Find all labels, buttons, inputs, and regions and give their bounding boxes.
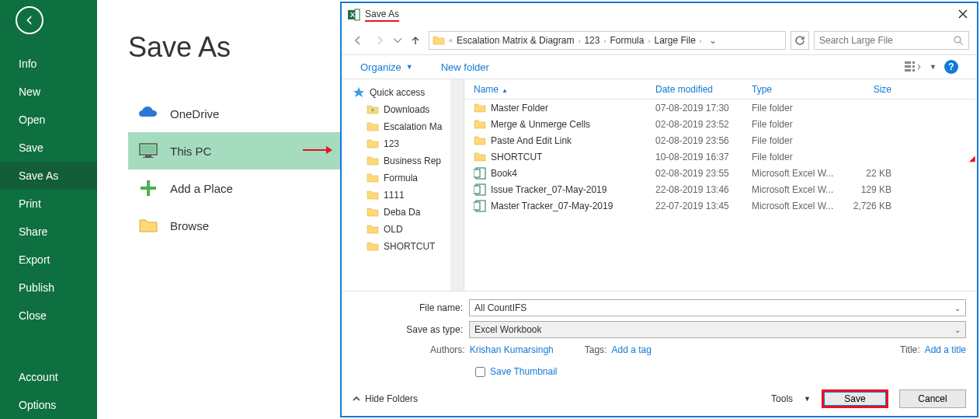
excel-icon: X: [474, 200, 486, 212]
file-row[interactable]: XMaster Tracker_07-May-201922-07-2019 13…: [464, 197, 977, 214]
back-button[interactable]: [16, 6, 43, 34]
breadcrumb[interactable]: « Escalation Matrix & Diagram›123›Formul…: [429, 31, 786, 50]
svg-rect-2: [145, 155, 151, 157]
folder-icon: [137, 215, 159, 236]
svg-rect-3: [143, 157, 154, 158]
dialog-bottom: Hide Folders Tools ▼ Save Cancel: [342, 385, 977, 416]
folder-icon: [433, 34, 445, 47]
filename-input[interactable]: All CountIFS ⌄: [469, 299, 966, 316]
tree-item[interactable]: Deba Da: [353, 204, 464, 221]
tags-label: Tags:: [585, 344, 607, 355]
arrow-right-icon: [303, 145, 334, 158]
save-thumbnail-label[interactable]: Save Thumbnail: [490, 366, 558, 377]
excel-icon: X: [474, 167, 486, 180]
column-name[interactable]: Name▲: [464, 84, 655, 95]
tree-item[interactable]: Formula: [353, 169, 464, 187]
dialog-titlebar: X Save As: [342, 3, 977, 26]
sidebar-item-close[interactable]: Close: [0, 302, 97, 330]
column-type[interactable]: Type: [752, 84, 845, 95]
tree-item[interactable]: Downloads: [353, 101, 464, 118]
close-icon: [958, 9, 968, 19]
new-folder-button[interactable]: New folder: [441, 61, 489, 73]
save-as-panel: Save As OneDriveThis PCAdd a PlaceBrowse: [97, 0, 342, 419]
pc-icon: [137, 140, 159, 162]
svg-rect-9: [355, 9, 360, 20]
tree-item[interactable]: Quick access: [353, 84, 464, 101]
location-onedrive[interactable]: OneDrive: [128, 95, 342, 132]
sidebar-item-info[interactable]: Info: [0, 50, 97, 78]
file-row[interactable]: SHORTCUT10-08-2019 16:37File folder: [464, 148, 977, 165]
sidebar-item-open[interactable]: Open: [0, 106, 97, 134]
file-row[interactable]: Master Folder07-08-2019 17:30File folder: [464, 100, 977, 116]
search-input[interactable]: [819, 35, 954, 46]
search-box[interactable]: [814, 31, 969, 50]
title-value[interactable]: Add a title: [925, 344, 966, 355]
authors-label: Authors:: [430, 344, 465, 355]
file-row[interactable]: XBook402-08-2019 23:55Microsoft Excel W.…: [464, 165, 977, 181]
svg-text:X: X: [475, 203, 480, 210]
file-list-header[interactable]: Name▲ Date modified Type Size: [464, 79, 977, 100]
cancel-button[interactable]: Cancel: [899, 389, 966, 408]
close-button[interactable]: [955, 6, 971, 24]
refresh-button[interactable]: [791, 31, 809, 50]
svg-rect-1: [141, 145, 155, 153]
sidebar-item-options[interactable]: Options: [0, 391, 97, 419]
file-row[interactable]: Paste And Edit Link02-08-2019 23:56File …: [464, 132, 977, 148]
file-row[interactable]: XIssue Tracker_07-May-201922-08-2019 13:…: [464, 181, 977, 197]
tags-value[interactable]: Add a tag: [611, 344, 651, 355]
folder-icon: [474, 118, 486, 131]
nav-forward-button[interactable]: [371, 32, 388, 49]
organize-menu[interactable]: Organize: [360, 61, 401, 73]
save-thumbnail-checkbox[interactable]: [475, 367, 485, 377]
breadcrumb-segment[interactable]: Large File: [654, 35, 695, 46]
location-label: Add a Place: [170, 182, 233, 195]
tree-scrollbar[interactable]: [450, 79, 464, 291]
sidebar-item-save-as[interactable]: Save As: [0, 162, 97, 190]
folder-icon: [367, 155, 379, 167]
authors-value[interactable]: Krishan Kumarsingh: [470, 344, 554, 355]
breadcrumb-segment[interactable]: Escalation Matrix & Diagram: [457, 35, 574, 46]
file-row[interactable]: Merge & Unmerge Cells02-08-2019 23:52Fil…: [464, 116, 977, 132]
view-options-button[interactable]: [905, 61, 922, 73]
sidebar-item-new[interactable]: New: [0, 78, 97, 106]
nav-history-button[interactable]: [393, 32, 402, 49]
column-size[interactable]: Size: [845, 84, 907, 95]
sidebar-item-print[interactable]: Print: [0, 190, 97, 218]
chevron-down-icon[interactable]: ⌄: [954, 304, 961, 313]
dialog-title: Save As: [365, 9, 399, 22]
tree-item[interactable]: OLD: [353, 221, 464, 238]
back-arrow-icon: [23, 13, 36, 27]
nav-back-button[interactable]: [349, 32, 367, 49]
chevron-down-icon[interactable]: ⌄: [954, 326, 961, 334]
help-button[interactable]: ?: [944, 60, 958, 74]
save-button[interactable]: Save: [822, 389, 888, 408]
nav-up-button[interactable]: [407, 32, 424, 49]
tree-item[interactable]: Escalation Ma: [353, 118, 464, 135]
location-label: Browse: [170, 219, 209, 232]
breadcrumb-segment[interactable]: 123: [584, 35, 599, 46]
tree-item[interactable]: SHORTCUT: [353, 238, 464, 255]
savetype-select[interactable]: Excel Workbook ⌄: [469, 321, 966, 338]
folder-icon: [367, 206, 379, 218]
tree-item[interactable]: Business Rep: [353, 152, 464, 169]
location-this-pc[interactable]: This PC: [128, 132, 342, 169]
location-browse[interactable]: Browse: [128, 207, 342, 244]
sidebar-item-account[interactable]: Account: [0, 363, 97, 391]
tools-menu[interactable]: Tools: [771, 393, 793, 404]
sidebar-item-save[interactable]: Save: [0, 134, 97, 162]
sidebar-item-export[interactable]: Export: [0, 246, 97, 274]
sidebar-item-publish[interactable]: Publish: [0, 274, 97, 302]
tree-item[interactable]: 123: [353, 135, 464, 152]
column-date[interactable]: Date modified: [655, 84, 752, 95]
folder-icon: [367, 189, 379, 201]
chevron-down-icon: ▼: [804, 395, 811, 403]
breadcrumb-segment[interactable]: Formula: [610, 35, 644, 46]
hide-folders-button[interactable]: Hide Folders: [353, 393, 418, 404]
tree-item[interactable]: 1111: [353, 187, 464, 204]
location-label: This PC: [170, 145, 211, 158]
chevron-down-icon[interactable]: ⌄: [706, 35, 720, 46]
folder-icon: [367, 240, 379, 253]
onedrive-icon: [137, 103, 159, 124]
sidebar-item-share[interactable]: Share: [0, 218, 97, 246]
location-add-a-place[interactable]: Add a Place: [128, 169, 342, 207]
